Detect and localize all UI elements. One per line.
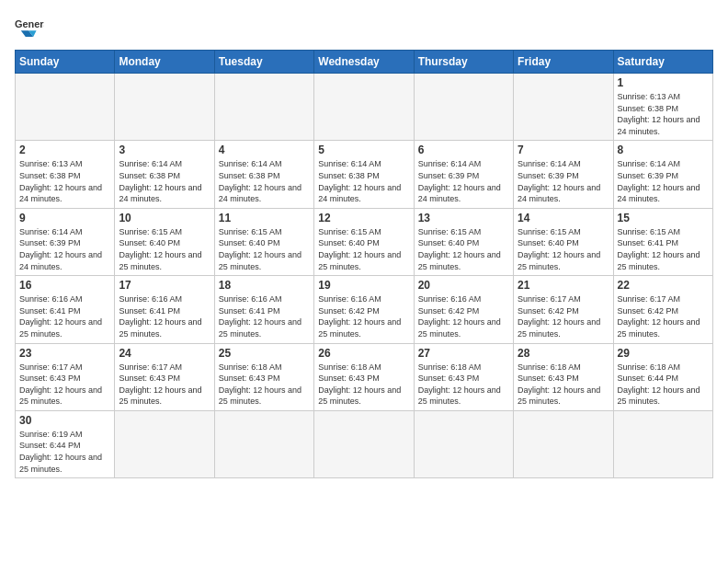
weekday-header-saturday: Saturday <box>613 51 712 74</box>
day-info: Sunrise: 6:15 AM Sunset: 6:40 PM Dayligh… <box>318 226 409 272</box>
calendar-cell: 27Sunrise: 6:18 AM Sunset: 6:43 PM Dayli… <box>414 343 513 410</box>
day-info: Sunrise: 6:19 AM Sunset: 6:44 PM Dayligh… <box>19 429 110 475</box>
calendar-cell: 6Sunrise: 6:14 AM Sunset: 6:39 PM Daylig… <box>414 141 513 208</box>
day-number: 20 <box>418 279 509 292</box>
calendar-cell: 18Sunrise: 6:16 AM Sunset: 6:41 PM Dayli… <box>214 276 313 343</box>
day-number: 17 <box>119 279 210 292</box>
calendar-cell: 4Sunrise: 6:14 AM Sunset: 6:38 PM Daylig… <box>214 141 313 208</box>
calendar-week-row: 30Sunrise: 6:19 AM Sunset: 6:44 PM Dayli… <box>16 410 713 477</box>
day-info: Sunrise: 6:14 AM Sunset: 6:38 PM Dayligh… <box>119 158 210 204</box>
calendar-cell: 1Sunrise: 6:13 AM Sunset: 6:38 PM Daylig… <box>613 74 712 141</box>
day-number: 14 <box>518 212 609 224</box>
day-info: Sunrise: 6:17 AM Sunset: 6:42 PM Dayligh… <box>618 293 709 339</box>
day-info: Sunrise: 6:18 AM Sunset: 6:44 PM Dayligh… <box>618 362 709 408</box>
day-number: 24 <box>119 347 210 360</box>
day-number: 1 <box>618 76 709 89</box>
svg-text:General: General <box>15 18 44 29</box>
calendar-cell: 30Sunrise: 6:19 AM Sunset: 6:44 PM Dayli… <box>16 410 115 477</box>
day-number: 26 <box>318 347 409 360</box>
calendar-cell <box>613 410 712 477</box>
weekday-header-wednesday: Wednesday <box>314 51 414 74</box>
day-info: Sunrise: 6:13 AM Sunset: 6:38 PM Dayligh… <box>618 91 709 137</box>
day-number: 4 <box>219 144 310 156</box>
calendar-cell <box>314 410 414 477</box>
calendar-cell <box>314 74 414 141</box>
day-number: 29 <box>618 347 709 360</box>
day-info: Sunrise: 6:18 AM Sunset: 6:43 PM Dayligh… <box>418 362 509 408</box>
calendar-cell: 2Sunrise: 6:13 AM Sunset: 6:38 PM Daylig… <box>16 141 115 208</box>
calendar-week-row: 23Sunrise: 6:17 AM Sunset: 6:43 PM Dayli… <box>16 343 713 410</box>
day-info: Sunrise: 6:14 AM Sunset: 6:39 PM Dayligh… <box>418 158 509 204</box>
day-number: 28 <box>518 347 609 360</box>
weekday-header-monday: Monday <box>115 51 214 74</box>
day-info: Sunrise: 6:17 AM Sunset: 6:43 PM Dayligh… <box>19 362 110 408</box>
calendar-week-row: 2Sunrise: 6:13 AM Sunset: 6:38 PM Daylig… <box>16 141 713 208</box>
calendar-cell <box>214 74 313 141</box>
day-info: Sunrise: 6:15 AM Sunset: 6:40 PM Dayligh… <box>219 226 310 272</box>
weekday-header-sunday: Sunday <box>16 51 115 74</box>
weekday-header-friday: Friday <box>514 51 613 74</box>
weekday-header-tuesday: Tuesday <box>214 51 313 74</box>
day-info: Sunrise: 6:15 AM Sunset: 6:41 PM Dayligh… <box>618 226 709 272</box>
day-number: 13 <box>418 212 509 224</box>
day-info: Sunrise: 6:16 AM Sunset: 6:41 PM Dayligh… <box>119 293 210 339</box>
day-number: 27 <box>418 347 509 360</box>
day-number: 6 <box>418 144 509 156</box>
calendar-cell: 25Sunrise: 6:18 AM Sunset: 6:43 PM Dayli… <box>214 343 313 410</box>
calendar-cell: 16Sunrise: 6:16 AM Sunset: 6:41 PM Dayli… <box>16 276 115 343</box>
day-number: 12 <box>318 212 409 224</box>
day-info: Sunrise: 6:15 AM Sunset: 6:40 PM Dayligh… <box>418 226 509 272</box>
day-number: 7 <box>518 144 609 156</box>
day-info: Sunrise: 6:14 AM Sunset: 6:39 PM Dayligh… <box>518 158 609 204</box>
calendar-cell <box>514 410 613 477</box>
calendar-cell: 3Sunrise: 6:14 AM Sunset: 6:38 PM Daylig… <box>115 141 214 208</box>
day-number: 5 <box>318 144 409 156</box>
calendar-cell: 13Sunrise: 6:15 AM Sunset: 6:40 PM Dayli… <box>414 208 513 275</box>
day-info: Sunrise: 6:16 AM Sunset: 6:41 PM Dayligh… <box>19 293 110 339</box>
calendar-cell: 8Sunrise: 6:14 AM Sunset: 6:39 PM Daylig… <box>613 141 712 208</box>
calendar-cell: 24Sunrise: 6:17 AM Sunset: 6:43 PM Dayli… <box>115 343 214 410</box>
day-number: 2 <box>19 144 110 156</box>
day-info: Sunrise: 6:16 AM Sunset: 6:42 PM Dayligh… <box>318 293 409 339</box>
calendar-cell: 14Sunrise: 6:15 AM Sunset: 6:40 PM Dayli… <box>514 208 613 275</box>
calendar-cell: 26Sunrise: 6:18 AM Sunset: 6:43 PM Dayli… <box>314 343 414 410</box>
calendar-cell: 29Sunrise: 6:18 AM Sunset: 6:44 PM Dayli… <box>613 343 712 410</box>
day-number: 15 <box>618 212 709 224</box>
day-number: 25 <box>219 347 310 360</box>
calendar-cell: 5Sunrise: 6:14 AM Sunset: 6:38 PM Daylig… <box>314 141 414 208</box>
day-info: Sunrise: 6:15 AM Sunset: 6:40 PM Dayligh… <box>518 226 609 272</box>
calendar-cell: 15Sunrise: 6:15 AM Sunset: 6:41 PM Dayli… <box>613 208 712 275</box>
calendar-table: SundayMondayTuesdayWednesdayThursdayFrid… <box>15 50 713 478</box>
day-number: 11 <box>219 212 310 224</box>
day-info: Sunrise: 6:18 AM Sunset: 6:43 PM Dayligh… <box>518 362 609 408</box>
weekday-header-thursday: Thursday <box>414 51 513 74</box>
day-number: 30 <box>19 414 110 427</box>
calendar-cell <box>16 74 115 141</box>
day-info: Sunrise: 6:14 AM Sunset: 6:38 PM Dayligh… <box>219 158 310 204</box>
day-number: 19 <box>318 279 409 292</box>
calendar-cell: 7Sunrise: 6:14 AM Sunset: 6:39 PM Daylig… <box>514 141 613 208</box>
calendar-cell: 10Sunrise: 6:15 AM Sunset: 6:40 PM Dayli… <box>115 208 214 275</box>
calendar-header-row: SundayMondayTuesdayWednesdayThursdayFrid… <box>16 51 713 74</box>
calendar-cell: 19Sunrise: 6:16 AM Sunset: 6:42 PM Dayli… <box>314 276 414 343</box>
day-info: Sunrise: 6:16 AM Sunset: 6:42 PM Dayligh… <box>418 293 509 339</box>
day-info: Sunrise: 6:18 AM Sunset: 6:43 PM Dayligh… <box>318 362 409 408</box>
day-number: 16 <box>19 279 110 292</box>
day-number: 8 <box>618 144 709 156</box>
calendar-cell: 20Sunrise: 6:16 AM Sunset: 6:42 PM Dayli… <box>414 276 513 343</box>
day-number: 22 <box>618 279 709 292</box>
calendar-week-row: 1Sunrise: 6:13 AM Sunset: 6:38 PM Daylig… <box>16 74 713 141</box>
day-number: 3 <box>119 144 210 156</box>
calendar-cell: 17Sunrise: 6:16 AM Sunset: 6:41 PM Dayli… <box>115 276 214 343</box>
calendar-cell: 22Sunrise: 6:17 AM Sunset: 6:42 PM Dayli… <box>613 276 712 343</box>
day-number: 9 <box>19 212 110 224</box>
calendar-cell: 12Sunrise: 6:15 AM Sunset: 6:40 PM Dayli… <box>314 208 414 275</box>
day-info: Sunrise: 6:14 AM Sunset: 6:39 PM Dayligh… <box>618 158 709 204</box>
calendar-cell <box>115 74 214 141</box>
page-header: General <box>15 15 713 40</box>
day-number: 21 <box>518 279 609 292</box>
day-info: Sunrise: 6:16 AM Sunset: 6:41 PM Dayligh… <box>219 293 310 339</box>
calendar-cell: 21Sunrise: 6:17 AM Sunset: 6:42 PM Dayli… <box>514 276 613 343</box>
calendar-cell <box>414 410 513 477</box>
calendar-week-row: 9Sunrise: 6:14 AM Sunset: 6:39 PM Daylig… <box>16 208 713 275</box>
